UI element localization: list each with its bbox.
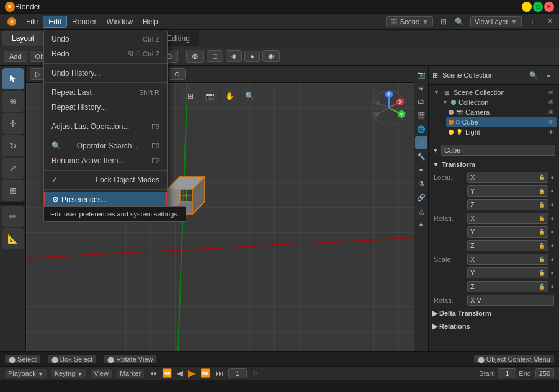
- rotation-x-field[interactable]: X 🔒: [467, 213, 548, 224]
- box-select-status[interactable]: ⬤ Box Select: [48, 355, 97, 363]
- tab-layout[interactable]: Layout: [2, 31, 43, 46]
- viewport-shading-4[interactable]: ◉: [262, 50, 280, 62]
- prop-icon-modifier[interactable]: 🔧: [415, 150, 427, 163]
- tree-camera-eye[interactable]: 👁: [548, 109, 554, 116]
- scale-y-field[interactable]: Y 🔒: [467, 267, 548, 278]
- window-menu-item[interactable]: Window: [101, 16, 138, 27]
- scene-selector[interactable]: 🎬 Scene ▼: [386, 16, 433, 27]
- prop-icon-constraints[interactable]: 🔗: [415, 191, 427, 203]
- cursor-tool[interactable]: ⊕: [2, 91, 24, 112]
- current-frame-input[interactable]: [228, 368, 247, 378]
- file-menu-item[interactable]: File: [21, 16, 43, 27]
- edit-menu-item[interactable]: Edit: [43, 16, 67, 28]
- minimize-button[interactable]: ─: [522, 2, 532, 12]
- viewport-shading-2[interactable]: ◈: [226, 50, 242, 62]
- play-icon[interactable]: ▶: [188, 367, 195, 379]
- prop-icon-object[interactable]: ⊞: [415, 136, 427, 149]
- header-add-view-layer[interactable]: +: [525, 15, 539, 29]
- blender-logo-menu[interactable]: B: [2, 16, 21, 27]
- menu-repeat-last[interactable]: Repeat Last Shift R: [44, 85, 167, 100]
- overlay-btn[interactable]: ⊚: [186, 50, 204, 63]
- scale-x-field[interactable]: X 🔒: [467, 254, 548, 265]
- prop-icon-world[interactable]: 🌐: [415, 123, 427, 135]
- viewport-shading-3[interactable]: ●: [244, 51, 260, 62]
- measure-tool[interactable]: 📐: [2, 228, 24, 249]
- view-dropdown[interactable]: View: [91, 369, 112, 378]
- viewport-icon-camera[interactable]: 📷: [202, 88, 218, 104]
- scale-z-field[interactable]: Z 🔒: [467, 281, 548, 292]
- view-gizmo[interactable]: Z Y X: [370, 89, 408, 127]
- close-button[interactable]: ✕: [544, 2, 554, 12]
- viewport-shading-1[interactable]: ◻: [207, 50, 223, 62]
- tree-collection-eye[interactable]: 👁: [548, 99, 554, 106]
- view-layer-selector[interactable]: View Layer ▼: [470, 16, 522, 27]
- tree-camera[interactable]: 📷 Camera 👁: [446, 107, 557, 117]
- maximize-button[interactable]: □: [533, 2, 543, 12]
- menu-undo[interactable]: Undo Ctrl Z: [44, 32, 167, 47]
- marker-dropdown[interactable]: Marker: [117, 369, 144, 378]
- viewport-icon-hand[interactable]: ✋: [222, 88, 238, 104]
- rotate-view-status[interactable]: ⬤ Rotate View: [104, 355, 156, 363]
- header-remove-view-layer[interactable]: ✕: [543, 15, 557, 29]
- menu-undo-history[interactable]: Undo History...: [44, 66, 167, 81]
- menu-lock-object-modes[interactable]: ✓ Lock Object Modes: [44, 172, 167, 187]
- select-status[interactable]: ⬤ Select: [5, 355, 40, 363]
- prop-icon-particles[interactable]: ✦: [415, 164, 427, 176]
- location-y-field[interactable]: Y 🔒: [467, 185, 548, 197]
- prop-icon-material[interactable]: ●: [415, 218, 427, 231]
- play-begin-icon[interactable]: ⏮: [149, 368, 157, 378]
- prop-icon-data[interactable]: △: [415, 205, 427, 217]
- tree-cube[interactable]: □ Cube 👁: [446, 117, 557, 127]
- object-context-menu-status[interactable]: ⬤ Object Context Menu: [474, 355, 554, 363]
- viewport-icon-grid[interactable]: ⊞: [182, 88, 199, 104]
- select-tool[interactable]: [2, 68, 24, 89]
- transform-tool[interactable]: ⊞: [2, 180, 24, 201]
- help-menu-item[interactable]: Help: [138, 16, 163, 27]
- frame-jump-icon[interactable]: ⊙: [252, 370, 257, 376]
- delta-transform-section[interactable]: ▶ Delta Transform: [431, 307, 557, 320]
- location-x-field[interactable]: X 🔒: [467, 172, 548, 183]
- scene-collection-options[interactable]: ≡: [542, 68, 555, 82]
- next-keyframe-icon[interactable]: ⏩: [200, 368, 210, 378]
- prop-icon-output[interactable]: 🖨: [415, 82, 427, 94]
- prop-icon-render[interactable]: 📷: [415, 68, 427, 81]
- tree-light-eye[interactable]: 👁: [548, 129, 554, 136]
- playback-dropdown[interactable]: Playback ▼: [5, 369, 47, 378]
- prop-icon-scene[interactable]: 🎬: [415, 109, 427, 122]
- rotation-y-field[interactable]: Y 🔒: [467, 226, 548, 238]
- tree-cube-eye[interactable]: 👁: [548, 119, 554, 126]
- prop-icon-view-layer[interactable]: 🗂: [415, 96, 427, 108]
- location-z-field[interactable]: Z 🔒: [467, 199, 548, 210]
- transform-section[interactable]: ▼ Transform: [431, 158, 557, 171]
- prop-icon-physics[interactable]: ⚗: [415, 177, 427, 190]
- menu-repeat-history[interactable]: Repeat History...: [44, 100, 167, 115]
- scale-tool[interactable]: ⤢: [2, 158, 24, 179]
- scene-collection-filter[interactable]: 🔍: [527, 68, 540, 82]
- menu-rename-active[interactable]: Rename Active Item... F2: [44, 153, 167, 168]
- rotation-z-field[interactable]: Z 🔒: [467, 240, 548, 251]
- annotate-tool[interactable]: ✏: [2, 206, 24, 227]
- tree-light[interactable]: 💡 Light 👁: [446, 127, 557, 137]
- rotation-mode-field[interactable]: X V: [467, 295, 554, 306]
- start-frame-input[interactable]: [498, 368, 516, 378]
- play-back-icon[interactable]: ◀: [177, 368, 183, 378]
- header-icon-1[interactable]: ⊞: [437, 15, 450, 29]
- keying-dropdown[interactable]: Keying ▼: [51, 369, 86, 378]
- object-name-field[interactable]: Cube: [441, 145, 555, 156]
- render-menu-item[interactable]: Render: [67, 16, 101, 27]
- tree-collection[interactable]: ▼ Collection 👁: [440, 97, 557, 107]
- menu-operator-search[interactable]: 🔍 Operator Search... F3: [44, 138, 167, 153]
- tree-scene-root[interactable]: ▼ ⊞ Scene Collection 👁: [431, 87, 557, 97]
- tree-root-eye[interactable]: 👁: [548, 89, 554, 96]
- play-end-icon[interactable]: ⏭: [215, 368, 223, 378]
- header-icon-2[interactable]: 🔍: [453, 15, 467, 29]
- relations-section[interactable]: ▶ Relations: [431, 320, 557, 333]
- add-button[interactable]: Add: [4, 51, 27, 62]
- move-tool[interactable]: ✛: [2, 113, 24, 134]
- viewport-icon-zoom[interactable]: 🔍: [242, 88, 258, 104]
- rotate-tool[interactable]: ↻: [2, 135, 24, 156]
- end-frame-input[interactable]: [535, 368, 554, 378]
- prev-keyframe-icon[interactable]: ⏪: [162, 368, 172, 378]
- menu-redo[interactable]: Redo Shift Ctrl Z: [44, 47, 167, 61]
- viewport-proportional-toggle[interactable]: ⊙: [169, 68, 186, 80]
